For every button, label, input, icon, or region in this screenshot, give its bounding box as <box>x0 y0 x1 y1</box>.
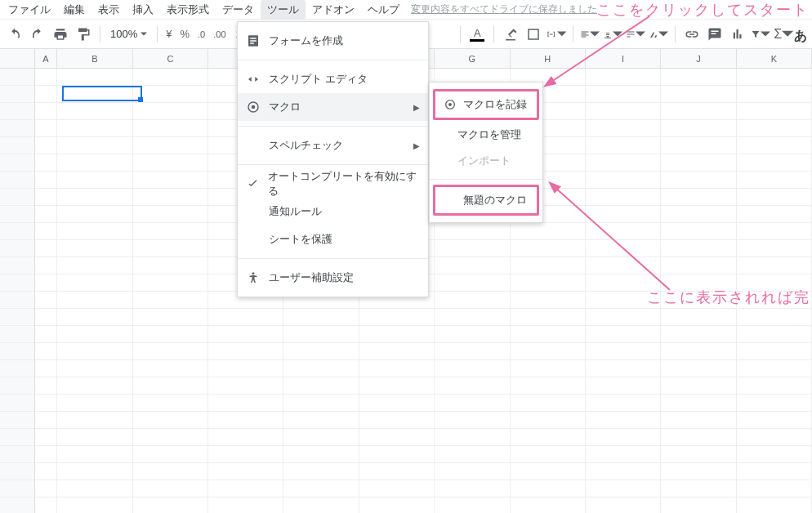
record-icon <box>246 100 261 114</box>
script-icon <box>246 72 261 87</box>
menu-edit[interactable]: 編集 <box>57 0 91 20</box>
svg-point-8 <box>252 105 256 109</box>
menu-insert[interactable]: 挿入 <box>126 0 160 20</box>
col-A[interactable]: A <box>35 49 58 68</box>
svg-point-9 <box>252 272 255 274</box>
menu-create-form[interactable]: フォームを作成 <box>238 27 428 55</box>
submenu-arrow-icon: ▶ <box>413 141 420 150</box>
col-C[interactable]: C <box>133 49 208 68</box>
tools-dropdown: フォームを作成 スクリプト エディタ マクロ ▶ スペルチェック ▶ オートコン… <box>237 21 429 297</box>
menu-notification-rules[interactable]: 通知ルール <box>238 198 428 225</box>
svg-rect-4 <box>250 38 257 39</box>
accessibility-icon <box>246 270 261 285</box>
menu-data[interactable]: データ <box>216 0 261 20</box>
submenu-arrow-icon: ▶ <box>413 103 420 112</box>
save-status: 変更内容をすべてドライブに保存しました <box>411 2 597 16</box>
menu-accessibility[interactable]: ユーザー補助設定 <box>238 264 428 292</box>
menu-macro[interactable]: マクロ ▶ <box>238 93 428 121</box>
h-align-button[interactable] <box>580 25 600 44</box>
highlight-record-macro: マクロを記録 <box>433 89 539 120</box>
percent-button[interactable]: % <box>178 25 191 44</box>
col-B[interactable]: B <box>57 49 132 68</box>
fill-color-button[interactable] <box>501 25 520 44</box>
ime-indicator: あ <box>794 28 807 45</box>
menu-autocomplete[interactable]: オートコンプリートを有効にする <box>238 170 428 198</box>
submenu-record-macro[interactable]: マクロを記録 <box>435 91 537 118</box>
decrease-decimal-button[interactable]: .0 <box>196 25 207 44</box>
currency-button[interactable]: ¥ <box>164 25 173 44</box>
menu-format[interactable]: 表示形式 <box>160 0 216 20</box>
svg-rect-1 <box>712 30 719 32</box>
menu-view[interactable]: 表示 <box>91 0 126 20</box>
annotation-top: ここをクリックしてスタート <box>596 0 809 20</box>
svg-rect-2 <box>712 33 716 34</box>
check-icon <box>246 176 260 191</box>
col-K[interactable]: K <box>737 49 812 68</box>
col-H[interactable]: H <box>511 49 586 68</box>
merge-button[interactable] <box>547 25 566 44</box>
rotate-button[interactable] <box>649 25 668 44</box>
comment-button[interactable] <box>705 25 725 44</box>
menu-addons[interactable]: アドオン <box>306 0 361 20</box>
menu-script-editor[interactable]: スクリプト エディタ <box>238 65 428 93</box>
svg-point-11 <box>448 103 452 106</box>
undo-button[interactable] <box>5 25 25 44</box>
borders-button[interactable] <box>524 25 543 44</box>
wrap-button[interactable] <box>626 25 645 44</box>
form-icon <box>246 33 261 48</box>
menu-spellcheck[interactable]: スペルチェック ▶ <box>238 132 428 159</box>
col-G[interactable]: G <box>435 49 510 68</box>
select-all-corner[interactable] <box>0 49 35 68</box>
redo-button[interactable] <box>28 25 47 44</box>
chart-button[interactable] <box>728 25 747 44</box>
menu-file[interactable]: ファイル <box>2 0 57 20</box>
link-button[interactable] <box>682 25 702 44</box>
macro-submenu: マクロを記録 マクロを管理 インポート 無題のマクロ <box>429 82 543 223</box>
menu-tools[interactable]: ツール <box>261 0 306 20</box>
submenu-import: インポート <box>430 148 542 174</box>
annotation-bottom: ここに表示されれば完 <box>647 288 810 307</box>
submenu-untitled-macro[interactable]: 無題のマクロ <box>435 187 537 213</box>
print-button[interactable] <box>51 25 70 44</box>
v-align-button[interactable] <box>603 25 622 44</box>
increase-decimal-button[interactable]: .00 <box>212 25 227 44</box>
filter-button[interactable] <box>751 25 770 44</box>
col-I[interactable]: I <box>586 49 661 68</box>
text-color-button[interactable]: A <box>467 25 487 44</box>
submenu-manage-macros[interactable]: マクロを管理 <box>430 122 542 148</box>
record-icon <box>444 98 457 111</box>
functions-button[interactable]: Σ <box>774 25 793 44</box>
menu-protect-sheet[interactable]: シートを保護 <box>238 225 428 253</box>
col-J[interactable]: J <box>661 49 736 68</box>
svg-rect-6 <box>250 42 254 44</box>
svg-rect-5 <box>250 40 257 42</box>
paint-format-button[interactable] <box>74 25 93 44</box>
highlight-untitled-macro: 無題のマクロ <box>433 185 539 216</box>
zoom-select[interactable]: 100% <box>107 28 150 40</box>
menu-help[interactable]: ヘルプ <box>361 0 406 20</box>
